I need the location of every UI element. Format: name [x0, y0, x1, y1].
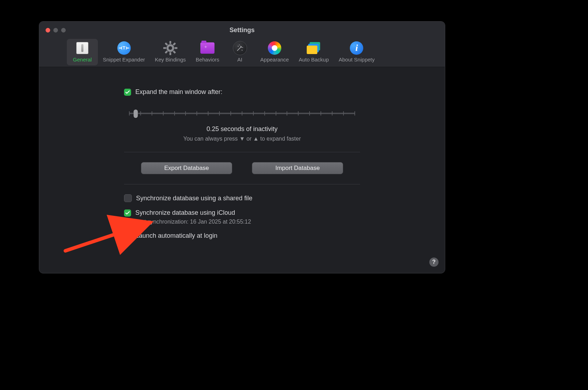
slider-thumb[interactable] [134, 110, 138, 118]
slider-ticks [129, 111, 355, 116]
tab-label: Key Bindings [155, 57, 186, 63]
checkbox-sync-shared-file[interactable] [124, 194, 132, 202]
tab-label: About Snippety [339, 57, 375, 63]
folders-stack-icon [307, 41, 321, 55]
inactivity-slider[interactable] [129, 108, 355, 118]
info-icon: i [349, 41, 364, 55]
tab-label: Appearance [260, 57, 289, 63]
magic-wand-icon [233, 41, 247, 55]
tab-label: AI [237, 57, 242, 63]
option-launch-at-login: Launch automatically at login [124, 232, 360, 240]
checkbox-launch-at-login[interactable] [124, 232, 131, 240]
svg-rect-2 [170, 41, 171, 44]
slider-caption: 0.25 seconds of inactivity [124, 125, 360, 133]
option-label: Launch automatically at login [135, 232, 217, 240]
tab-snippet-expander[interactable]: T Snippet Expander [98, 39, 150, 65]
divider [124, 152, 360, 152]
general-pane: Expand the main window after: 0.25 secon… [39, 67, 445, 240]
import-database-button[interactable]: Import Database [252, 162, 343, 174]
tab-label: Auto Backup [299, 57, 329, 63]
tab-label: General [73, 57, 92, 63]
tab-key-bindings[interactable]: Key Bindings [150, 39, 191, 65]
option-label: Synchronize database using a shared file [136, 195, 252, 202]
option-label: Synchronize database using iCloud [135, 209, 235, 217]
color-wheel-icon [267, 41, 282, 55]
svg-text:T: T [123, 46, 125, 51]
folder-icon [200, 41, 214, 55]
option-sync-icloud: Synchronize database using iCloud [124, 209, 360, 217]
general-icon [75, 41, 89, 55]
option-sync-shared-file: Synchronize database using a shared file [124, 194, 360, 202]
last-sync-text: Last synchronization: 16 Jan 2025 at 20:… [135, 219, 360, 225]
checkbox-expand-window[interactable] [124, 89, 131, 96]
tab-general[interactable]: General [67, 39, 98, 65]
divider [124, 184, 360, 184]
toolbar: General T Snippet Expander Key Bindings [67, 36, 438, 65]
settings-window: Settings General T Snippet Expander [39, 21, 445, 273]
checkbox-sync-icloud[interactable] [124, 209, 131, 217]
snippet-expander-icon: T [117, 41, 131, 55]
database-buttons: Export Database Import Database [124, 162, 360, 174]
tab-label: Behaviors [196, 57, 219, 63]
svg-point-3 [169, 46, 172, 50]
tab-behaviors[interactable]: Behaviors [191, 39, 224, 65]
tab-ai[interactable]: AI [224, 39, 255, 65]
export-database-button[interactable]: Export Database [141, 162, 232, 174]
option-label: Expand the main window after: [135, 88, 222, 96]
help-button[interactable]: ? [429, 258, 439, 267]
titlebar: Settings General T Snippet Expander [39, 22, 445, 67]
gear-icon [163, 41, 177, 55]
tab-auto-backup[interactable]: Auto Backup [294, 39, 334, 65]
slider-hint: You can always press ▼ or ▲ to expand fa… [124, 136, 360, 142]
tab-appearance[interactable]: Appearance [255, 39, 294, 65]
window-title: Settings [39, 26, 445, 34]
tab-about[interactable]: i About Snippety [334, 39, 380, 65]
option-expand-window: Expand the main window after: [124, 88, 360, 96]
tab-label: Snippet Expander [103, 57, 145, 63]
